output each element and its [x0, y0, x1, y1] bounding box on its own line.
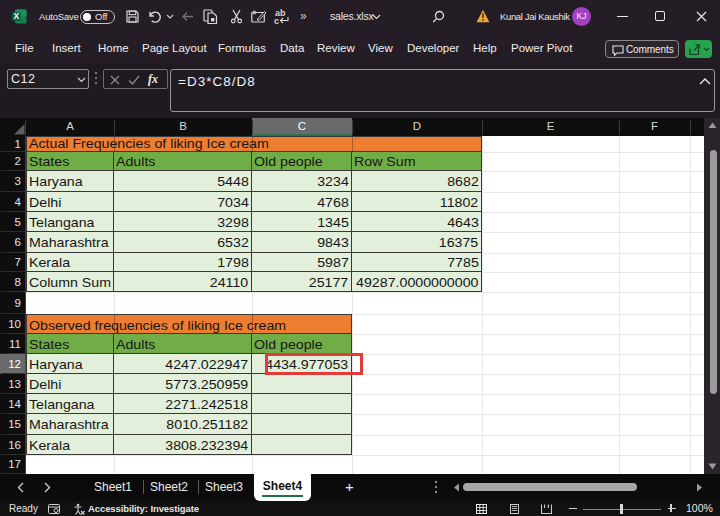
- svg-text:X: X: [13, 11, 19, 21]
